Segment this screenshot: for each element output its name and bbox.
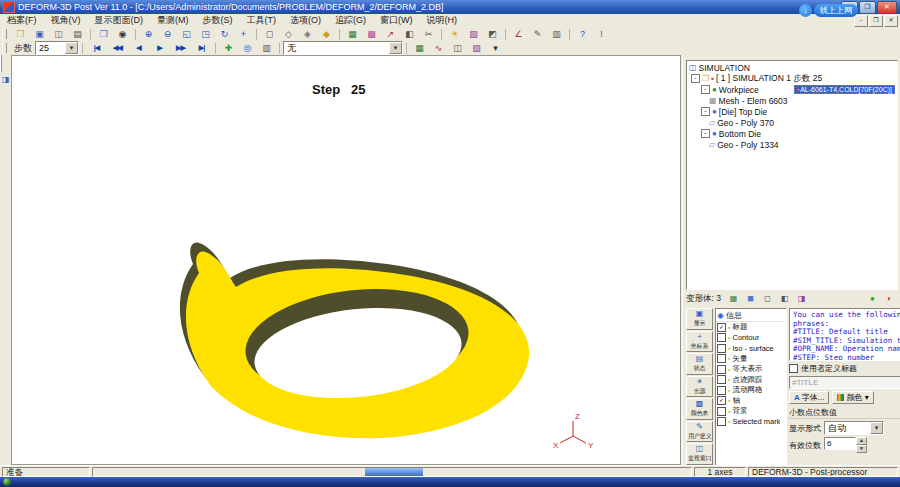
menu-tools[interactable]: 工具(T) xyxy=(240,14,284,27)
graphics-viewport[interactable]: Step 25 Z X Y xyxy=(11,55,681,465)
zoom-fit-icon[interactable]: ◳ xyxy=(197,27,214,41)
tree-row[interactable]: ◫SIMULATION xyxy=(687,62,897,73)
workpiece-3d-view[interactable]: Z X Y xyxy=(12,56,680,464)
tree-expander-icon[interactable]: - xyxy=(691,74,700,83)
format-selector[interactable]: 自动 ▾ xyxy=(824,421,884,435)
checkbox[interactable]: ✓ xyxy=(717,323,726,332)
chevron-down-icon[interactable]: ▾ xyxy=(389,42,402,54)
checkbox[interactable] xyxy=(717,417,726,426)
display-option-row[interactable]: ✓▪轴 xyxy=(717,396,785,407)
close-button[interactable]: ✕ xyxy=(877,1,897,14)
tree-expander-icon[interactable]: - xyxy=(701,107,710,116)
body-visible-icon[interactable]: ● xyxy=(865,292,880,306)
tree-expander-icon[interactable]: - xyxy=(701,129,710,138)
windows-taskbar[interactable] xyxy=(0,477,900,487)
first-step-icon[interactable]: |◀ xyxy=(87,41,106,55)
display-option-row[interactable]: ▪矢量 xyxy=(717,354,785,365)
panel-tab-coordinates[interactable]: +坐标系 xyxy=(686,331,713,353)
toolbar-grip[interactable] xyxy=(2,29,7,39)
tree-row[interactable]: -●[Die] Top Die xyxy=(687,106,897,117)
tree-row[interactable]: ▱Geo - Poly 1334 xyxy=(687,139,897,150)
tree-row[interactable]: -●Bottom Die xyxy=(687,128,897,139)
step-backward-icon[interactable]: ◀ xyxy=(129,41,148,55)
menu-view[interactable]: 视角(V) xyxy=(44,14,88,27)
spin-down-icon[interactable]: ▼ xyxy=(856,445,867,453)
pan-view-icon[interactable]: + xyxy=(235,27,252,41)
light-icon[interactable]: ☀ xyxy=(446,27,463,41)
state-variable-icon[interactable]: ▦ xyxy=(411,41,428,55)
menu-measure[interactable]: 量测(M) xyxy=(150,14,196,27)
display-option-row[interactable]: ▪Contour xyxy=(717,333,785,344)
dock-grip[interactable] xyxy=(0,55,2,72)
show-wireframe-icon[interactable]: ◻ xyxy=(760,292,775,306)
movie-icon[interactable]: ▥ xyxy=(548,27,565,41)
display-option-row[interactable]: ▪流动网格 xyxy=(717,385,785,396)
step-forward-icon[interactable]: ▶ xyxy=(150,41,169,55)
vector-display-icon[interactable]: ↗ xyxy=(382,27,399,41)
save-image-icon[interactable]: ◫ xyxy=(50,27,67,41)
fast-forward-icon[interactable]: ▶▶ xyxy=(171,41,190,55)
show-mesh-icon[interactable]: ▦ xyxy=(726,292,741,306)
measure-icon[interactable]: ∠ xyxy=(510,27,527,41)
animation-setup-icon[interactable]: ▥ xyxy=(258,41,275,55)
panel-tab-user-defined[interactable]: ✎用户定义 xyxy=(686,421,713,443)
tree-row[interactable]: ▦Mesh - Elem 6603 xyxy=(687,95,897,106)
tree-row[interactable]: ▱Geo - Poly 370 xyxy=(687,117,897,128)
target-point-icon[interactable]: ◎ xyxy=(239,41,256,55)
toolbar-grip[interactable] xyxy=(2,43,7,53)
digits-input[interactable] xyxy=(824,437,856,450)
checkbox[interactable]: ✓ xyxy=(717,396,726,405)
online-overlay-badge[interactable]: ↓ 线上上网 xyxy=(799,4,858,17)
display-option-row[interactable]: ✓▪标题 xyxy=(717,322,785,333)
shaded-mode-icon[interactable]: ◆ xyxy=(318,27,335,41)
zoom-out-icon[interactable]: ⊖ xyxy=(159,27,176,41)
slicing-icon[interactable]: ◧ xyxy=(401,27,418,41)
color-palette-icon[interactable]: ▨ xyxy=(465,27,482,41)
display-option-row[interactable]: ▪Selected mark xyxy=(717,417,785,428)
dock-tool-icon[interactable]: ◨ xyxy=(1,75,10,84)
show-transparent-icon[interactable]: ◨ xyxy=(794,292,809,306)
graph-icon[interactable]: ∿ xyxy=(430,41,447,55)
state-variable-selector[interactable]: 无 ▾ xyxy=(283,41,403,55)
custom-title-input[interactable] xyxy=(789,376,900,389)
summary-icon[interactable]: ◫ xyxy=(449,41,466,55)
fast-backward-icon[interactable]: ◀◀ xyxy=(108,41,127,55)
step-selector[interactable]: 25 ▾ xyxy=(35,41,79,55)
copy-icon[interactable]: ❒ xyxy=(95,27,112,41)
wireframe-mode-icon[interactable]: ◈ xyxy=(299,27,316,41)
annotation-icon[interactable]: ✎ xyxy=(529,27,546,41)
last-step-icon[interactable]: ▶| xyxy=(192,41,211,55)
download-icon[interactable]: ↓ xyxy=(799,4,812,17)
body-state-icon[interactable]: ◐ xyxy=(882,292,897,306)
show-solid-icon[interactable]: ◼ xyxy=(743,292,758,306)
help-icon[interactable]: ? xyxy=(574,27,591,41)
display-option-row[interactable]: ▪Iso - surface xyxy=(717,343,785,354)
display-option-row[interactable]: ▪等大表示 xyxy=(717,364,785,375)
start-orb-icon[interactable] xyxy=(3,478,11,486)
menu-step[interactable]: 步数(S) xyxy=(196,14,240,27)
clipping-icon[interactable]: ✂ xyxy=(420,27,437,41)
tree-row[interactable]: -❐▪[ 1 ] SIMULATION 1 步数 25 xyxy=(687,73,897,84)
view-front-icon[interactable]: ◻ xyxy=(261,27,278,41)
tree-expander-icon[interactable]: - xyxy=(701,85,710,94)
user-title-checkbox[interactable] xyxy=(789,364,798,373)
checkbox[interactable] xyxy=(717,354,726,363)
panel-tab-display[interactable]: ▣显示 xyxy=(686,308,713,330)
spin-up-icon[interactable]: ▲ xyxy=(856,437,867,445)
panel-tab-light[interactable]: ☀光源 xyxy=(686,376,713,398)
checkbox[interactable] xyxy=(717,365,726,374)
display-option-row[interactable]: ▪点迹跟踪 xyxy=(717,375,785,386)
mesh-display-icon[interactable]: ▦ xyxy=(344,27,361,41)
tree-row[interactable]: -●Workpiece▪AL-6061-T4,COLD[70F(20C)] xyxy=(687,84,897,95)
checkbox[interactable] xyxy=(717,407,726,416)
add-step-icon[interactable]: ✚ xyxy=(220,41,237,55)
menu-window[interactable]: 窗口(W) xyxy=(373,14,420,27)
color-button[interactable]: 颜色 ▾ xyxy=(832,391,873,404)
checkbox[interactable] xyxy=(717,386,726,395)
show-slice-icon[interactable]: ◧ xyxy=(777,292,792,306)
display-option-row[interactable]: ▪背景 xyxy=(717,406,785,417)
zoom-in-icon[interactable]: ⊕ xyxy=(140,27,157,41)
view-iso-icon[interactable]: ◇ xyxy=(280,27,297,41)
background-icon[interactable]: ◩ xyxy=(484,27,501,41)
open-database-icon[interactable]: ❐ xyxy=(12,27,29,41)
